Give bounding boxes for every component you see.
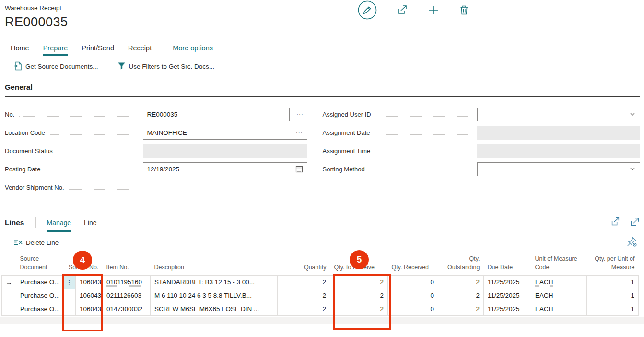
- row-marker-cell[interactable]: [2, 289, 16, 302]
- header-description[interactable]: Description: [151, 253, 278, 276]
- dotted-leader: [375, 149, 472, 153]
- tab-print-send[interactable]: Print/Send: [82, 40, 114, 56]
- header-qty-received[interactable]: Qty. Received: [388, 253, 438, 276]
- quantity-cell[interactable]: 2: [278, 289, 330, 302]
- row-menu-cell[interactable]: [63, 289, 76, 302]
- get-source-documents-action[interactable]: Get Source Documents...: [13, 61, 98, 72]
- row-marker-cell[interactable]: [2, 302, 16, 316]
- source-no-cell[interactable]: 106043: [76, 289, 103, 302]
- lines-header-divider: [35, 217, 36, 228]
- quantity-cell[interactable]: 2: [278, 276, 330, 289]
- dotted-leader: [50, 131, 138, 135]
- header-due-date[interactable]: Due Date: [484, 253, 531, 276]
- general-section: General No. ... Location Code: [5, 83, 640, 196]
- location-code-input[interactable]: [147, 129, 296, 136]
- lines-toolbar: Delete Line: [0, 232, 644, 253]
- source-document-cell[interactable]: Purchase O...: [16, 276, 63, 289]
- breadcrumb[interactable]: Warehouse Receipt: [5, 4, 644, 12]
- qty-outstanding-cell[interactable]: 2: [438, 289, 484, 302]
- focus-mode-icon[interactable]: [630, 217, 640, 229]
- header-qty-per-unit-of-measure[interactable]: Qty. per Unit of Measure: [587, 253, 639, 276]
- edit-button[interactable]: [358, 0, 377, 20]
- quantity-cell[interactable]: 2: [278, 302, 330, 316]
- qty-to-receive-cell[interactable]: 2: [330, 276, 388, 289]
- qty-per-unit-of-measure-cell[interactable]: 1: [587, 302, 639, 316]
- header-qty-outstanding[interactable]: Qty. Outstanding: [438, 253, 484, 276]
- grid-row[interactable]: Purchase O...1060430147300032SCREW M6SF …: [2, 302, 639, 316]
- tab-divider: [163, 42, 163, 53]
- unit-of-measure-cell[interactable]: EACH: [531, 289, 587, 302]
- qty-outstanding-cell[interactable]: 2: [438, 276, 484, 289]
- no-input[interactable]: [147, 111, 285, 118]
- document-status-value: [143, 144, 307, 158]
- qty-outstanding-cell[interactable]: 2: [438, 302, 484, 316]
- lines-share-icon[interactable]: [610, 217, 621, 229]
- dotted-leader: [370, 167, 472, 171]
- tab-more-options[interactable]: More options: [173, 40, 213, 56]
- delete-line-action[interactable]: Delete Line: [13, 238, 59, 248]
- description-cell[interactable]: SCREW M6SF M6X65 FOSF DIN ...: [151, 302, 278, 316]
- qty-to-receive-cell[interactable]: 2: [330, 302, 388, 316]
- unit-of-measure-cell[interactable]: EACH: [531, 276, 587, 289]
- grid-row[interactable]: →Purchase O...⋮1060430101195160STANDARDB…: [2, 276, 639, 289]
- sorting-method-input[interactable]: [481, 166, 629, 173]
- unpin-icon[interactable]: [626, 236, 637, 249]
- location-lookup-ellipsis[interactable]: ...: [296, 127, 303, 138]
- posting-date-input[interactable]: [147, 166, 295, 173]
- qty-per-unit-of-measure-cell[interactable]: 1: [587, 289, 639, 302]
- qty-to-receive-cell[interactable]: 2: [330, 289, 388, 302]
- row-menu-cell[interactable]: ⋮: [63, 276, 76, 289]
- header-source-document[interactable]: Source Document: [16, 253, 63, 276]
- use-filters-action[interactable]: Use Filters to Get Src. Docs...: [117, 62, 215, 72]
- field-no: No. ...: [5, 105, 307, 123]
- header-quantity[interactable]: Quantity: [278, 253, 330, 276]
- qty-received-cell[interactable]: 0: [388, 289, 438, 302]
- vendor-shipment-no-label: Vendor Shipment No.: [5, 184, 64, 191]
- description-cell[interactable]: M 6 110 10 24 6 3 5 8.8 TILLV.B...: [151, 289, 278, 302]
- row-menu-cell[interactable]: [63, 302, 76, 316]
- delete-button[interactable]: [459, 4, 469, 16]
- tab-home[interactable]: Home: [11, 40, 29, 56]
- grid-row[interactable]: Purchase O...1060430211126603M 6 110 10 …: [2, 289, 639, 302]
- field-assigned-user-id: Assigned User ID: [323, 105, 641, 123]
- assigned-user-id-input[interactable]: [481, 111, 629, 118]
- page-header: Warehouse Receipt RE000035: [0, 0, 644, 30]
- share-icon: [397, 4, 408, 16]
- no-assist-edit-button[interactable]: ...: [293, 108, 307, 121]
- item-no-cell[interactable]: 0211126603: [103, 289, 151, 302]
- tab-prepare[interactable]: Prepare: [43, 40, 68, 56]
- header-unit-of-measure-code[interactable]: Unit of Measure Code: [531, 253, 587, 276]
- new-button[interactable]: [428, 4, 439, 16]
- qty-per-unit-of-measure-cell[interactable]: 1: [587, 276, 639, 289]
- header-qty-to-receive[interactable]: Qty. to Receive: [330, 253, 388, 276]
- source-document-cell[interactable]: Purchase O...: [16, 302, 63, 316]
- source-no-cell[interactable]: 106043: [76, 276, 103, 289]
- item-no-cell[interactable]: 0147300032: [103, 302, 151, 316]
- lines-section: Lines Manage Line: [0, 214, 644, 324]
- lines-heading: Lines: [5, 214, 24, 232]
- chevron-down-icon[interactable]: [629, 166, 636, 172]
- due-date-cell[interactable]: 11/25/2025: [484, 289, 531, 302]
- calendar-icon[interactable]: [295, 165, 303, 173]
- header-item-no[interactable]: Item No.: [103, 253, 151, 276]
- vendor-shipment-no-input[interactable]: [147, 184, 303, 191]
- lines-grid: Source Document Source No. Item No. Desc…: [1, 253, 638, 324]
- tab-receipt[interactable]: Receipt: [128, 40, 152, 56]
- qty-received-cell[interactable]: 0: [388, 302, 438, 316]
- lines-tab-line[interactable]: Line: [84, 214, 96, 232]
- due-date-cell[interactable]: 11/25/2025: [484, 276, 531, 289]
- source-document-cell[interactable]: Purchase O...: [16, 289, 63, 302]
- dotted-leader: [69, 185, 138, 190]
- item-no-cell[interactable]: 0101195160: [103, 276, 151, 289]
- general-heading[interactable]: General: [5, 83, 640, 97]
- row-marker-cell[interactable]: →: [2, 276, 16, 289]
- share-button[interactable]: [397, 4, 408, 16]
- source-no-cell[interactable]: 106043: [76, 302, 103, 316]
- qty-received-cell[interactable]: 0: [388, 276, 438, 289]
- due-date-cell[interactable]: 11/25/2025: [484, 302, 531, 316]
- lines-tab-manage[interactable]: Manage: [47, 214, 71, 232]
- unit-of-measure-cell[interactable]: EACH: [531, 302, 587, 316]
- description-cell[interactable]: STANDARDBET: B3 12 15 - 3 00...: [151, 276, 278, 289]
- header-source-no[interactable]: Source No.: [63, 253, 103, 276]
- chevron-down-icon[interactable]: [629, 111, 636, 118]
